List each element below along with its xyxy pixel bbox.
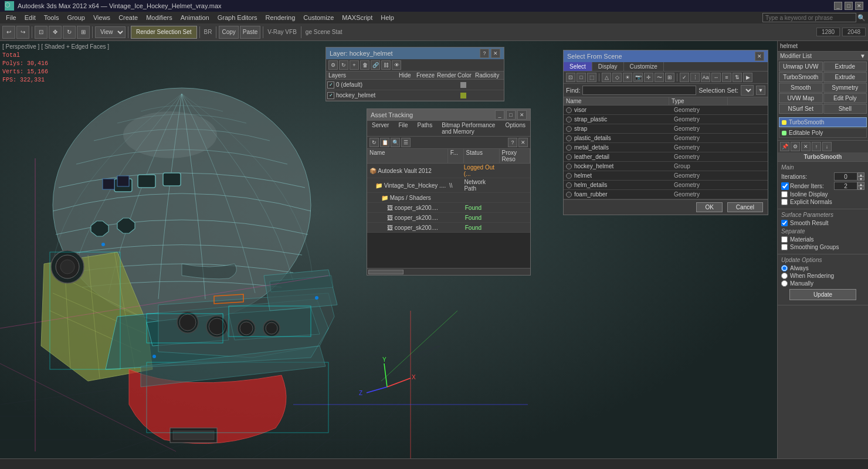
scene-filter-helpers[interactable]: ✛ — [644, 73, 653, 82]
scene-row-strap-plastic[interactable]: strap_plastic Geometry — [564, 115, 768, 124]
layer-help-btn[interactable]: ? — [480, 49, 489, 58]
ts-update-btn[interactable]: Update — [789, 289, 856, 300]
menu-group[interactable]: Group — [63, 13, 89, 22]
scene-selection-set-dropdown[interactable] — [741, 85, 754, 96]
menu-graph-editors[interactable]: Graph Editors — [214, 13, 261, 22]
layer-delete-btn[interactable]: 🗑 — [360, 60, 369, 70]
asset-refresh-btn[interactable]: ↻ — [369, 138, 379, 147]
ts-manually-radio[interactable] — [781, 280, 788, 287]
extrude-btn-1[interactable]: Extrude — [823, 62, 867, 72]
layer-default-checkbox[interactable] — [327, 81, 334, 89]
strap-radio[interactable] — [566, 126, 572, 132]
layer-view-btn[interactable]: 👁 — [392, 60, 401, 70]
scene-more[interactable]: ▶ — [743, 73, 752, 82]
asset-row-cooper1[interactable]: 🖼 cooper_sk200.... Found — [367, 203, 530, 213]
ts-smooth-result-checkbox[interactable] — [781, 220, 788, 226]
scene-row-foam-rubber[interactable]: foam_rubber Geometry — [564, 190, 768, 199]
menu-tools[interactable]: Tools — [40, 13, 63, 22]
helmet-radio[interactable] — [566, 173, 572, 179]
scene-row-hockey-helmet[interactable]: hockey_helmet Group — [564, 162, 768, 171]
ts-when-rendering-radio[interactable] — [781, 273, 788, 279]
asset-scrollbar[interactable] — [367, 268, 530, 275]
metal-details-radio[interactable] — [566, 145, 572, 151]
asset-close-btn[interactable]: ✕ — [517, 110, 527, 120]
editable-poly-stack-item[interactable]: Editable Poly — [779, 128, 867, 138]
layer-hockey-color[interactable] — [460, 93, 466, 98]
scene-filter-warp[interactable]: 〜 — [655, 73, 664, 82]
asset-help-btn[interactable]: ? — [508, 138, 517, 147]
asset-row-cooper3[interactable]: 🖼 cooper_sk200.... Found — [367, 223, 530, 233]
scene-row-visor[interactable]: visor Geometry — [564, 106, 768, 115]
asset-scrollbar-thumb[interactable] — [368, 270, 404, 274]
layer-unlink-btn[interactable]: ⛓ — [381, 60, 391, 70]
modifier-list-dropdown-icon[interactable]: ▼ — [860, 53, 866, 59]
asset-menu-bitmap[interactable]: Bitmap Performance and Memory — [437, 121, 500, 136]
ts-always-radio[interactable] — [781, 265, 788, 271]
leather-detail-radio[interactable] — [566, 154, 572, 160]
asset-menu-options[interactable]: Options — [501, 121, 530, 136]
scene-all-btn[interactable]: ⊡ — [566, 73, 575, 82]
menu-edit[interactable]: Edit — [21, 13, 39, 22]
asset-row-file[interactable]: 📁 Vintage_Ice_Hockey .... \\ Network Pat… — [367, 178, 530, 193]
scene-none-btn[interactable]: □ — [577, 73, 586, 82]
menu-create[interactable]: Create — [115, 13, 141, 22]
smooth-btn[interactable]: Smooth — [779, 83, 823, 93]
extrude-btn-2[interactable]: Extrude — [823, 72, 867, 82]
scene-filter-lights[interactable]: ☀ — [623, 73, 632, 82]
menu-animation[interactable]: Animation — [177, 13, 213, 22]
scene-case-sensitive[interactable]: Aa — [701, 73, 710, 82]
unwrap-uvw-btn[interactable]: Unwrap UVW — [779, 62, 823, 72]
scene-row-leather-detail[interactable]: leather_detail Geometry — [564, 152, 768, 162]
select-btn[interactable]: ⊡ — [35, 26, 48, 39]
scene-ok-btn[interactable]: OK — [696, 202, 722, 212]
asset-menu-paths[interactable]: Paths — [413, 121, 438, 136]
scene-select-all[interactable]: ✓ — [680, 73, 689, 82]
scene-filter-combo[interactable]: ⊞ — [665, 73, 674, 82]
layer-default-color[interactable] — [460, 82, 466, 88]
uvw-map-btn[interactable]: UVW Map — [779, 93, 823, 103]
move-down-btn[interactable]: ↓ — [822, 142, 832, 151]
move-btn[interactable]: ✥ — [49, 26, 62, 39]
menu-customize[interactable]: Customize — [300, 13, 337, 22]
ts-iter-up[interactable]: ▲ — [857, 172, 864, 176]
turbosmooth-btn[interactable]: TurboSmooth — [779, 72, 823, 82]
scene-row-strap[interactable]: strap Geometry — [564, 124, 768, 134]
scene-display-subtree[interactable]: ⋮ — [690, 73, 700, 82]
scene-filter-shapes[interactable]: ◇ — [612, 73, 622, 82]
pin-stack-btn[interactable]: 📌 — [780, 142, 789, 151]
asset-menu-file[interactable]: File — [394, 121, 412, 136]
asset-track-btn[interactable]: 📋 — [380, 138, 389, 147]
maximize-btn[interactable]: □ — [845, 2, 853, 10]
edit-poly-btn[interactable]: Edit Poly — [823, 93, 867, 103]
asset-menu-server[interactable]: Server — [367, 121, 394, 136]
scale-btn[interactable]: ⊞ — [77, 26, 90, 39]
ts-iterations-input[interactable] — [834, 172, 857, 181]
scene-close-btn[interactable]: ✕ — [755, 52, 764, 61]
scene-row-plastic-details[interactable]: plastic_details Geometry — [564, 134, 768, 143]
layer-close-btn[interactable]: ✕ — [491, 49, 500, 58]
asset-close2-btn[interactable]: ✕ — [518, 138, 528, 147]
layer-settings-btn[interactable]: ⚙ — [328, 60, 338, 70]
menu-rendering[interactable]: Rendering — [262, 13, 299, 22]
asset-minimize-btn[interactable]: _ — [495, 110, 504, 120]
paste-btn[interactable]: Paste — [240, 26, 261, 39]
scene-cancel-btn[interactable]: Cancel — [727, 202, 763, 212]
asset-find-btn[interactable]: 🔍 — [391, 138, 400, 147]
helm-details-radio[interactable] — [566, 182, 572, 188]
layer-reload-btn[interactable]: ↻ — [339, 60, 348, 70]
scene-tab-select[interactable]: Select — [564, 62, 592, 71]
asset-row-cooper2[interactable]: 🖼 cooper_sk200.... Found — [367, 213, 530, 223]
turbosmooth-stack-item[interactable]: TurboSmooth — [779, 117, 867, 127]
reference-dropdown[interactable]: View — [95, 26, 126, 38]
ts-render-iter-up[interactable]: ▲ — [857, 182, 864, 186]
ts-explicit-normals-checkbox[interactable] — [781, 199, 788, 205]
scene-object-list[interactable]: visor Geometry strap_plastic Geometry st… — [564, 106, 768, 199]
menu-views[interactable]: Views — [90, 13, 114, 22]
asset-maximize-btn[interactable]: □ — [506, 110, 516, 120]
ts-render-iter-down[interactable]: ▼ — [857, 186, 864, 190]
scene-invert-btn[interactable]: ⬚ — [587, 73, 596, 82]
scene-find-input[interactable] — [582, 86, 696, 95]
close-btn[interactable]: ✕ — [855, 2, 863, 10]
visor-radio[interactable] — [566, 107, 572, 113]
move-up-btn[interactable]: ↑ — [812, 142, 821, 151]
